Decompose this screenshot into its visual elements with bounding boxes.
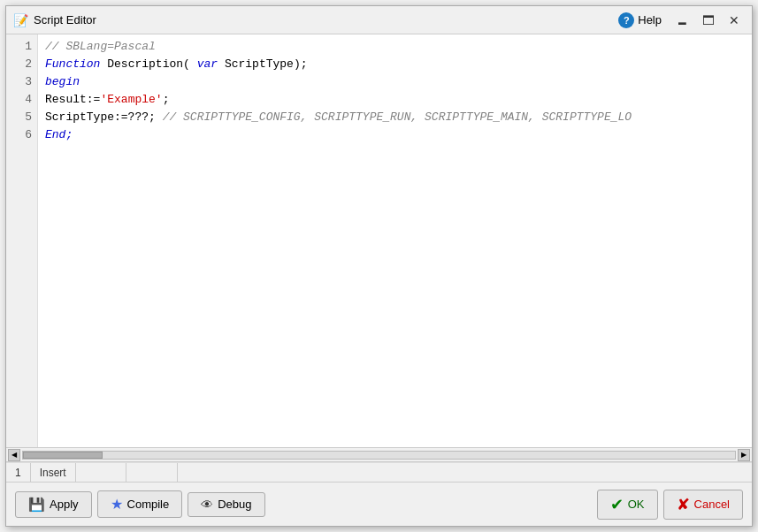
code-line-4: Result:='Example'; [45,91,745,109]
script-editor-window: 📝 Script Editor ? Help 🗕 🗖 ✕ 1 2 3 4 5 6 [5,5,753,527]
code-container[interactable]: 1 2 3 4 5 6 // SBLang=Pascal Function De… [6,34,752,447]
scroll-left-arrow[interactable]: ◀ [8,449,20,461]
scroll-right-arrow[interactable]: ▶ [738,449,750,461]
line-num-6: 6 [6,126,37,144]
close-button[interactable]: ✕ [724,11,745,29]
code-line-5: ScriptType:=???; // SCRIPTTYPE_CONFIG, S… [45,109,745,126]
apply-label: Apply [50,498,79,511]
help-icon: ? [618,12,634,28]
status-line: 1 [6,463,31,482]
line-num-3: 3 [6,73,37,91]
cancel-button[interactable]: ✘ Cancel [663,490,743,520]
code-editor[interactable]: // SBLang=Pascal Function Description( v… [38,34,752,447]
horizontal-scrollbar[interactable]: ◀ ▶ [6,447,752,461]
code-span: Function [45,57,100,71]
code-line-2: Function Description( var ScriptType); [45,56,745,73]
code-span: End; [45,128,73,141]
line-num-1: 1 [6,38,37,56]
compile-label: Compile [127,498,170,511]
line-num-2: 2 [6,56,37,73]
compile-button[interactable]: ★ Compile [97,490,183,518]
code-span: ScriptType); [225,57,308,71]
status-seg3 [76,463,127,482]
code-span: begin [45,75,80,88]
cancel-label: Cancel [694,498,730,511]
star-icon: ★ [111,496,123,513]
cross-icon: ✘ [677,495,690,514]
save-icon: 💾 [28,497,45,513]
title-bar-right: ? Help 🗕 🗖 ✕ [613,11,745,30]
line-num-4: 4 [6,91,37,109]
line-num-5: 5 [6,109,37,126]
status-seg5 [178,463,228,482]
check-icon: ✔ [610,495,624,514]
window-title: Script Editor [34,13,96,27]
scroll-track[interactable] [22,451,736,460]
title-bar: 📝 Script Editor ? Help 🗕 🗖 ✕ [6,6,752,34]
code-span: 'Example' [100,93,162,106]
code-span: ScriptType:=???; [45,110,163,124]
line-numbers: 1 2 3 4 5 6 [6,34,38,447]
status-mode: Insert [31,463,76,482]
ok-button[interactable]: ✔ OK [597,490,658,520]
window-icon: 📝 [13,13,28,27]
eye-icon: 👁 [201,498,213,512]
code-line-6: End; [45,126,745,144]
code-span: Result:= [45,93,100,106]
title-bar-left: 📝 Script Editor [13,13,96,27]
code-span: ; [163,93,170,106]
ok-label: OK [628,498,645,511]
editor-area: 1 2 3 4 5 6 // SBLang=Pascal Function De… [6,34,752,462]
status-seg4 [126,463,178,482]
debug-button[interactable]: 👁 Debug [188,492,264,517]
restore-button[interactable]: 🗖 [697,11,720,29]
code-span: var [197,57,218,71]
minimize-button[interactable]: 🗕 [670,11,693,29]
code-span: // SBLang=Pascal [45,40,156,53]
debug-label: Debug [218,498,251,511]
scroll-thumb[interactable] [23,452,103,459]
help-button[interactable]: ? Help [613,11,667,30]
apply-button[interactable]: 💾 Apply [15,491,92,518]
help-label: Help [638,13,662,27]
button-row: 💾 Apply ★ Compile 👁 Debug ✔ OK ✘ Cancel [6,482,752,526]
code-line-3: begin [45,73,745,91]
code-span: // SCRIPTTYPE_CONFIG, SCRIPTTYPE_RUN, SC… [163,110,632,124]
status-bar: 1 Insert [6,462,752,482]
code-span: Description( [107,57,190,71]
code-line-1: // SBLang=Pascal [45,38,745,56]
